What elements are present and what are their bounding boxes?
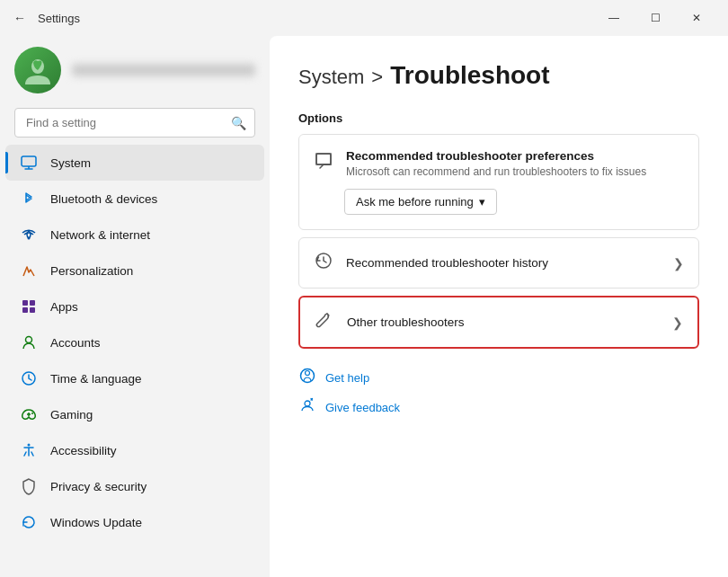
other-troubleshooters-card[interactable]: Other troubleshooters ❯ [298,296,699,349]
history-chevron-icon: ❯ [673,256,684,271]
sidebar-item-system[interactable]: System [5,145,264,181]
sidebar-item-update-label: Windows Update [50,516,142,529]
title-bar-left: ← Settings [11,9,80,27]
svg-rect-1 [22,156,36,166]
chat-icon [314,151,333,175]
sidebar-item-bluetooth-label: Bluetooth & devices [50,192,157,206]
app-title: Settings [38,12,80,25]
apps-icon [20,297,38,315]
sidebar-item-accounts-label: Accounts [50,336,101,350]
dropdown-label: Ask me before running [356,195,474,209]
preferences-description: Microsoft can recommend and run troubles… [346,165,646,178]
search-icon: 🔍 [231,116,246,130]
preferences-card-text: Recommended troubleshooter preferences M… [346,149,646,178]
svg-rect-3 [22,300,28,306]
other-troubleshooters-label: Other troubleshooters [347,315,660,329]
privacy-icon [20,477,38,495]
sidebar-item-accounts[interactable]: Accounts [5,324,264,360]
sidebar-item-update[interactable]: Windows Update [5,504,264,540]
system-icon [20,154,38,172]
sidebar-item-personalization[interactable]: Personalization [5,253,264,288]
sidebar-item-time[interactable]: Time & language [5,360,264,396]
sidebar-item-privacy[interactable]: Privacy & security [5,468,264,504]
svg-rect-4 [30,300,35,306]
avatar[interactable] [14,47,61,93]
personalization-icon [20,262,38,280]
history-card[interactable]: Recommended troubleshooter history ❯ [298,237,699,288]
back-button[interactable]: ← [11,9,29,27]
history-row[interactable]: Recommended troubleshooter history ❯ [299,238,698,288]
sidebar-item-gaming-label: Gaming [50,408,93,422]
get-help-text: Get help [325,371,369,385]
sidebar-item-bluetooth[interactable]: Bluetooth & devices [5,181,264,217]
gaming-icon [20,405,38,423]
get-help-icon [298,367,316,389]
sidebar-item-apps-label: Apps [50,300,78,314]
network-icon [20,226,38,244]
close-button[interactable]: ✕ [676,4,717,32]
sidebar-item-accessibility-label: Accessibility [50,444,117,457]
other-chevron-icon: ❯ [672,315,683,330]
sidebar-item-accessibility[interactable]: Accessibility [5,432,264,468]
svg-point-7 [26,337,32,343]
svg-point-17 [305,401,310,406]
options-label: Options [298,111,699,125]
sidebar-item-network-label: Network & internet [50,228,150,242]
time-icon [20,369,38,387]
window-controls: — ☐ ✕ [593,4,717,32]
sidebar: 🔍 System Blu [0,36,270,577]
history-label: Recommended troubleshooter history [346,256,661,270]
preferences-title: Recommended troubleshooter preferences [346,149,646,163]
sidebar-item-privacy-label: Privacy & security [50,480,146,493]
page-title: Troubleshoot [390,61,549,90]
dropdown-chevron-icon: ▾ [479,195,485,209]
get-help-link[interactable]: Get help [298,367,699,389]
give-feedback-link[interactable]: Give feedback [298,396,699,419]
accessibility-icon [20,441,38,459]
search-input[interactable] [14,108,255,138]
sidebar-item-personalization-label: Personalization [50,264,133,278]
page-header: System > Troubleshoot [298,61,699,90]
search-bar: 🔍 [14,108,255,138]
svg-point-12 [28,444,31,447]
sidebar-nav: System Bluetooth & devices [0,145,270,540]
svg-point-16 [306,371,310,376]
accounts-icon [20,333,38,351]
content-area: System > Troubleshoot Options Recommende… [270,36,728,577]
svg-rect-6 [30,307,35,313]
bluetooth-icon [20,190,38,208]
preferences-card: Recommended troubleshooter preferences M… [298,134,699,230]
svg-point-11 [31,413,33,414]
sidebar-item-time-label: Time & language [50,372,142,386]
feedback-icon [298,396,316,419]
breadcrumb-separator: > [371,66,383,89]
profile-section [0,36,270,108]
update-icon [20,513,38,531]
sidebar-item-system-label: System [50,156,91,170]
wrench-icon [315,310,334,334]
minimize-button[interactable]: — [593,4,635,32]
preferences-card-top: Recommended troubleshooter preferences M… [314,149,684,178]
sidebar-item-apps[interactable]: Apps [5,288,264,324]
app-body: 🔍 System Blu [0,36,728,577]
profile-name [72,64,255,76]
troubleshooter-dropdown[interactable]: Ask me before running ▾ [344,189,497,215]
svg-rect-13 [316,154,331,164]
give-feedback-text: Give feedback [325,401,400,414]
title-bar: ← Settings — ☐ ✕ [0,0,728,36]
maximize-button[interactable]: ☐ [635,4,676,32]
svg-point-2 [28,237,31,240]
svg-rect-5 [22,307,28,313]
sidebar-item-gaming[interactable]: Gaming [5,396,264,432]
links-section: Get help Give feedback [298,367,699,419]
other-troubleshooters-row[interactable]: Other troubleshooters ❯ [300,297,697,347]
sidebar-item-network[interactable]: Network & internet [5,217,264,253]
breadcrumb: System [298,66,364,89]
history-icon [314,251,333,275]
